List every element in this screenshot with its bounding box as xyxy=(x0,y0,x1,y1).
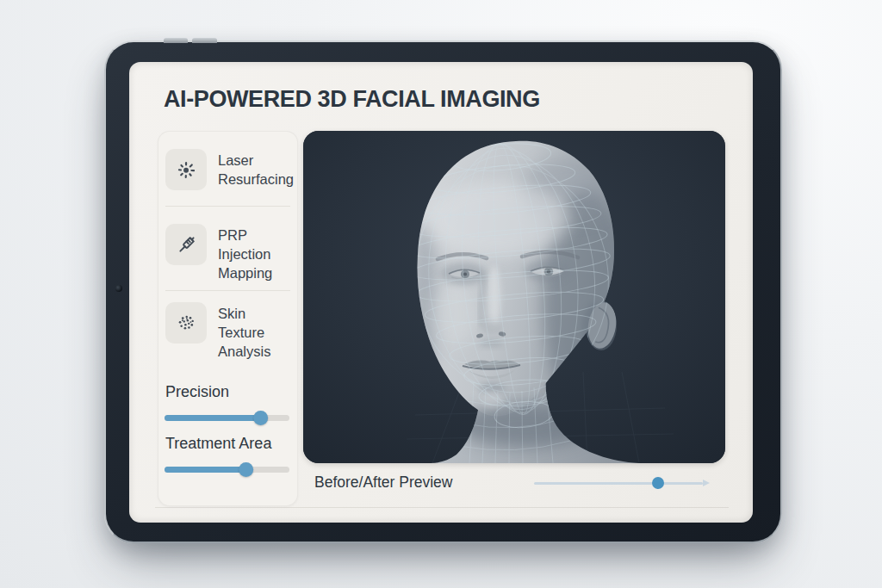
front-camera-icon xyxy=(115,285,122,292)
slider-track[interactable] xyxy=(534,482,703,485)
wireframe-head-render xyxy=(303,131,725,463)
before-after-slider[interactable] xyxy=(534,477,711,491)
app-screen: AI-POWERED 3D FACIAL IMAGING xyxy=(129,62,753,523)
laser-burst-icon xyxy=(165,149,207,190)
face-viewer-3d[interactable] xyxy=(303,131,725,463)
syringe-icon xyxy=(165,224,207,265)
precision-slider[interactable] xyxy=(165,411,293,424)
sidebar-item-label: PRP Injection Mapping xyxy=(218,224,290,283)
sidebar-item-label: Laser Resurfacing xyxy=(218,149,294,189)
slider-thumb[interactable] xyxy=(652,477,664,489)
sidebar-item-prp-injection-mapping[interactable]: PRP Injection Mapping xyxy=(165,207,290,291)
slider-fill xyxy=(165,415,261,421)
volume-down-button[interactable] xyxy=(192,38,217,43)
treatment-area-slider[interactable] xyxy=(165,462,293,476)
slider-thumb[interactable] xyxy=(253,411,268,425)
slider-fill xyxy=(165,467,246,473)
arrow-right-icon xyxy=(703,480,710,486)
volume-up-button[interactable] xyxy=(164,38,188,43)
before-after-label: Before/After Preview xyxy=(314,473,452,492)
sidebar-item-laser-resurfacing[interactable]: Laser Resurfacing xyxy=(165,149,290,207)
treatment-area-label: Treatment Area xyxy=(165,435,293,453)
page-title: AI-POWERED 3D FACIAL IMAGING xyxy=(164,84,540,114)
footer-bar: Before/After Preview xyxy=(303,467,725,501)
treatment-area-slider-group: Treatment Area xyxy=(165,435,293,476)
sidebar-item-skin-texture-analysis[interactable]: Skin Texture Analysis xyxy=(165,291,290,362)
texture-dots-icon xyxy=(165,302,207,344)
sidebar-item-label: Skin Texture Analysis xyxy=(218,302,290,362)
slider-thumb[interactable] xyxy=(239,462,254,477)
precision-label: Precision xyxy=(165,383,293,401)
page-background: AI-POWERED 3D FACIAL IMAGING xyxy=(0,0,882,588)
tablet-device: AI-POWERED 3D FACIAL IMAGING xyxy=(104,40,782,543)
sidebar: Laser Resurfacing xyxy=(158,131,298,506)
precision-slider-group: Precision xyxy=(165,383,293,424)
content-bottom-divider xyxy=(155,507,729,508)
